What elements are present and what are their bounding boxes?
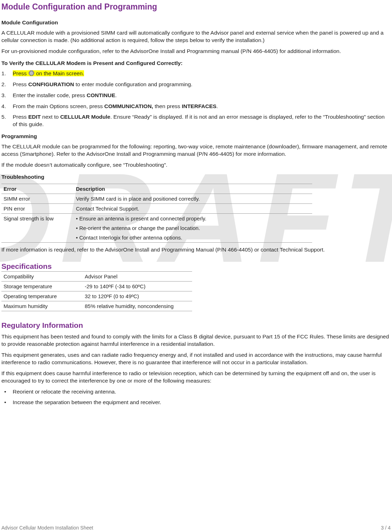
svg-line-8 [32,71,33,72]
svg-line-6 [32,74,33,75]
spec-k-0: Compatibility [1,272,83,282]
empty [1,223,74,233]
regulatory-heading: Regulatory Information [1,321,391,330]
step2-a: Press [13,81,28,87]
page-title: Module Configuration and Programming [1,2,391,12]
table-row: • Contact Interlogix for other antenna o… [1,233,312,243]
list-item: Reorient or relocate the receiving anten… [1,388,391,396]
troubleshooting-heading: Troubleshooting [1,174,391,180]
step4-a: From the main Options screen, press [13,103,104,109]
table-row: Operating temperature 32 to 120ºF (0 to … [1,291,192,301]
err-1: PIN error [1,204,74,214]
step5-b: EDIT [28,114,41,120]
desc-signal-b3: • Contact Interlogix for other antenna o… [74,233,312,243]
verify-heading: To Verify the CELLULAR Modem is Present … [1,60,391,66]
verify-steps: Press on the Main screen. Press CONFIGUR… [1,70,391,129]
svg-line-7 [30,74,30,75]
regulatory-p1: This equipment has been tested and found… [1,333,391,348]
specifications-section: Specifications Compatibility Advisor Pan… [1,262,192,311]
verify-step-2: Press CONFIGURATION to enter module conf… [1,81,391,88]
page-footer: Advisor Cellular Modem Installation Shee… [1,525,391,531]
table-row: Signal strength is low • Ensure an anten… [1,214,312,224]
step3-a: Enter the installer code, press [13,92,87,98]
step3-b: CONTINUE [87,92,115,98]
step5-a: Press [13,114,28,120]
table-row: • Re-orient the antenna or change the pa… [1,223,312,233]
regulatory-p2: This equipment generates, uses and can r… [1,351,391,366]
th-error: Error [1,184,74,194]
desc-1: Contact Technical Support. [74,204,312,214]
step2-c: to enter module configuration and progra… [74,81,192,87]
step3-c: . [115,92,117,98]
module-config-p1: A CELLULAR module with a provisioned SIM… [1,29,391,44]
empty [1,233,74,243]
module-config-heading: Module Configuration [1,19,391,26]
module-config-p2: For un-provisioned module configuration,… [1,48,391,55]
highlighted-text: Press on the Main screen. [13,70,84,76]
gear-icon [28,70,35,76]
specifications-table: Compatibility Advisor Panel Storage temp… [1,272,192,311]
verify-step-4: From the main Options screen, press COMM… [1,103,391,110]
step5-d: CELLULAR Module [60,114,110,120]
table-row: Compatibility Advisor Panel [1,272,192,282]
step1-text-a: Press [13,70,28,76]
verify-step-3: Enter the installer code, press CONTINUE… [1,92,391,99]
spec-k-1: Storage temperature [1,281,83,291]
specifications-heading: Specifications [1,262,192,272]
err-0: SIMM error [1,194,74,204]
step4-c: then press [153,103,182,109]
page-content: Module Configuration and Programming Mod… [1,2,391,406]
programming-p1: The CELLULAR module can be programmed fo… [1,143,391,158]
spec-v-1: -29 to 140ºF (-34 to 60ºC) [83,281,192,291]
desc-signal-b2: • Re-orient the antenna or change the pa… [74,223,312,233]
step4-b: COMMUNICATION, [104,103,153,109]
regulatory-bullets: Reorient or relocate the receiving anten… [1,388,391,407]
spec-v-2: 32 to 120ºF (0 to 49ºC) [83,291,192,301]
table-row: SIMM error Verify SIMM card is in place … [1,194,312,204]
spec-k-2: Operating temperature [1,291,83,301]
spec-v-3: 85% relative humidity, noncondensing [83,301,192,311]
table-row: Maximum humidity 85% relative humidity, … [1,301,192,311]
step4-e: . [216,103,218,109]
svg-line-5 [30,71,30,72]
step1-text-b: on the Main screen. [35,70,84,76]
programming-heading: Programming [1,133,391,140]
troubleshooting-table: Error Description SIMM error Verify SIMM… [1,184,312,243]
spec-k-3: Maximum humidity [1,301,83,311]
desc-signal-b1: • Ensure an antenna is present and conne… [74,214,312,224]
verify-step-5: Press EDIT next to CELLULAR Module. Ensu… [1,113,391,128]
step2-b: CONFIGURATION [28,81,74,87]
desc-0: Verify SIMM card is in place and positio… [74,194,312,204]
spec-v-0: Advisor Panel [83,272,192,282]
regulatory-p3: If this equipment does cause harmful int… [1,370,391,385]
troubleshooting-after: If more information is required, refer t… [1,246,391,254]
list-item: Increase the separation between the equi… [1,399,391,406]
step4-d: INTERFACES [182,103,216,109]
step5-c: next to [41,114,60,120]
programming-p2: If the module doesn’t automatically conf… [1,161,391,169]
table-row: Storage temperature -29 to 140ºF (-34 to… [1,281,192,291]
th-desc: Description [74,184,312,194]
table-row: PIN error Contact Technical Support. [1,204,312,214]
footer-left: Advisor Cellular Modem Installation Shee… [1,525,93,531]
footer-page-number: 3 / 4 [381,525,391,531]
verify-step-1: Press on the Main screen. [1,70,391,77]
err-signal: Signal strength is low [1,214,74,224]
